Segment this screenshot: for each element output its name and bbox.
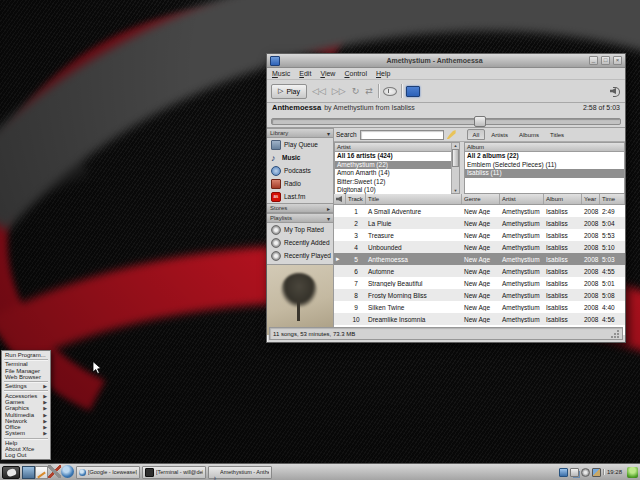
column-header-artist[interactable]: Artist — [500, 194, 544, 204]
stores-header[interactable]: Stores ▸ — [267, 203, 333, 213]
column-header-title[interactable]: Title — [366, 194, 462, 204]
playlists-header[interactable]: Playlists ▾ — [267, 213, 333, 223]
previous-track-icon[interactable]: ◁◁ — [311, 87, 327, 96]
artist-scrollbar[interactable]: ▲ ▼ — [451, 143, 459, 193]
next-track-icon[interactable]: ▷▷ — [331, 87, 347, 96]
displays-icon[interactable] — [570, 468, 579, 477]
close-button[interactable]: × — [613, 56, 622, 65]
sidebar-playlist-item[interactable]: Recently Played — [267, 249, 333, 262]
applications-menu-item[interactable]: Run Program... ▶ — [2, 352, 50, 358]
xfce-menu-button[interactable] — [2, 466, 20, 479]
browse-tab[interactable]: Albums — [514, 129, 544, 140]
album-row[interactable]: All 2 albums (22) — [465, 152, 624, 161]
menu-bar-item[interactable]: Help — [376, 70, 390, 77]
settings-icon[interactable] — [581, 468, 590, 477]
web-browser-icon[interactable] — [61, 465, 74, 478]
sidebar-library-item[interactable]: Radio — [267, 177, 333, 190]
taskbar-window-button[interactable]: [Terminal - will@deb5... — [142, 466, 206, 479]
column-header-album[interactable]: Album — [544, 194, 582, 204]
maximize-button[interactable]: □ — [601, 56, 610, 65]
session-user-icon[interactable] — [627, 467, 638, 478]
menu-bar-item[interactable]: Music — [272, 70, 290, 77]
sidebar-library-item[interactable]: Play Queue — [267, 138, 333, 151]
tools-icon[interactable] — [48, 465, 61, 478]
now-playing-byline: by Amethystium from Isabliss — [324, 104, 415, 111]
applications-menu-item[interactable]: Settings ▶ — [2, 383, 50, 389]
clear-search-icon[interactable] — [447, 130, 456, 139]
track-row[interactable]: 1 A Small Adventure New Age Amethystium … — [334, 205, 625, 217]
repeat-icon[interactable]: ↻ — [351, 87, 361, 96]
window-button-group: [Google - Iceweasel] [Terminal - will@de… — [76, 466, 272, 479]
artist-row[interactable]: Amethystium (22) — [335, 161, 451, 170]
track-row[interactable]: 6 Automne New Age Amethystium Isabliss 2… — [334, 265, 625, 277]
taskbar-window-button[interactable]: Amethystium - Anthe... — [208, 466, 272, 479]
track-row[interactable]: 5 Anthemoessa New Age Amethystium Isabli… — [334, 253, 625, 265]
album-pane-header[interactable]: Album — [465, 143, 624, 152]
column-header-genre[interactable]: Genre — [462, 194, 500, 204]
track-row[interactable]: 3 Treasure New Age Amethystium Isabliss … — [334, 229, 625, 241]
shuffle-icon[interactable]: ⇄ — [364, 87, 374, 96]
browse-tab[interactable]: All — [467, 129, 486, 140]
sidebar-library-item[interactable]: Music — [267, 151, 333, 164]
search-input[interactable] — [360, 130, 444, 140]
applications-menu-item[interactable]: Multimedia ▶ — [2, 411, 50, 417]
scroll-thumb[interactable] — [452, 149, 459, 167]
album-row[interactable]: Emblem (Selected Pieces) (11) — [465, 161, 624, 170]
seek-handle[interactable] — [474, 116, 486, 127]
seek-slider[interactable] — [271, 118, 621, 125]
track-row[interactable]: 7 Strangely Beautiful New Age Amethystiu… — [334, 277, 625, 289]
track-row[interactable]: 9 Silken Twine New Age Amethystium Isabl… — [334, 301, 625, 313]
taskbar-window-button[interactable]: [Google - Iceweasel] — [76, 466, 140, 479]
sidebar-library-item[interactable]: Last.fm — [267, 190, 333, 203]
dynamic-mode-icon[interactable] — [406, 86, 420, 97]
scroll-down-icon[interactable]: ▼ — [454, 188, 458, 193]
track-row[interactable]: 8 Frosty Morning Bliss New Age Amethysti… — [334, 289, 625, 301]
sidebar-playlist-item[interactable]: Recently Added — [267, 236, 333, 249]
menu-item-label: Settings — [5, 383, 27, 389]
column-header-year[interactable]: Year — [582, 194, 600, 204]
timer-icon[interactable] — [383, 87, 397, 96]
browse-tab[interactable]: Artists — [486, 129, 513, 140]
xfce-mouse-icon — [6, 467, 17, 476]
track-row[interactable]: 2 La Pluie New Age Amethystium Isabliss … — [334, 217, 625, 229]
album-row[interactable]: Isabliss (11) — [465, 169, 624, 178]
artist-row[interactable]: Bitter:Sweet (12) — [335, 178, 451, 187]
volume-icon[interactable] — [610, 86, 621, 96]
lock-screen-icon[interactable] — [22, 466, 35, 479]
artist-pane-header[interactable]: Artist — [335, 143, 451, 152]
track-row[interactable]: 10 Dreamlike Insomnia New Age Amethystiu… — [334, 313, 625, 325]
menu-bar-item[interactable]: Edit — [299, 70, 311, 77]
submenu-arrow-icon: ▶ — [43, 412, 47, 418]
artist-row[interactable]: Amon Amarth (14) — [335, 169, 451, 178]
pager-icon[interactable] — [592, 468, 601, 477]
menu-bar-item[interactable]: View — [320, 70, 335, 77]
artist-row[interactable]: All 16 artists (424) — [335, 152, 451, 161]
column-header-time[interactable]: Time — [600, 194, 625, 204]
menu-item-label: Office — [5, 424, 21, 430]
main-area: Library ▾ Play Queue Music — [267, 128, 625, 335]
network-icon[interactable] — [559, 468, 568, 477]
applications-menu-item[interactable]: Log Out ▶ — [2, 452, 50, 458]
text-editor-icon[interactable] — [35, 466, 48, 479]
scroll-up-icon[interactable]: ▲ — [454, 143, 458, 148]
track-list: 1 A Small Adventure New Age Amethystium … — [334, 205, 625, 335]
applications-menu-item[interactable]: Graphics ▶ — [2, 405, 50, 411]
track-row[interactable]: 4 Unbounded New Age Amethystium Isabliss… — [334, 241, 625, 253]
menu-item-label: Accessories — [5, 393, 37, 399]
browse-tab[interactable]: Titles — [545, 129, 569, 140]
column-header-track[interactable]: Track — [346, 194, 366, 204]
applications-menu-item[interactable]: Accessories ▶ — [2, 392, 50, 398]
status-text: 11 songs, 53 minutes, 73.3 MB — [273, 331, 355, 337]
sidebar-playlist-item[interactable]: My Top Rated — [267, 223, 333, 236]
title-bar[interactable]: Amethystium - Anthemoessa _ □ × — [267, 54, 625, 68]
resize-grip[interactable] — [611, 330, 619, 338]
applications-menu-item[interactable]: Network ▶ — [2, 418, 50, 424]
minimize-button[interactable]: _ — [589, 56, 598, 65]
library-header[interactable]: Library ▾ — [267, 128, 333, 138]
seek-row — [267, 116, 625, 128]
play-button[interactable]: ▷ Play — [271, 84, 307, 99]
menu-bar-item[interactable]: Control — [344, 70, 367, 77]
mouse-cursor — [92, 361, 102, 379]
clock: 19:28 — [603, 469, 625, 475]
sidebar-library-item[interactable]: Podcasts — [267, 164, 333, 177]
